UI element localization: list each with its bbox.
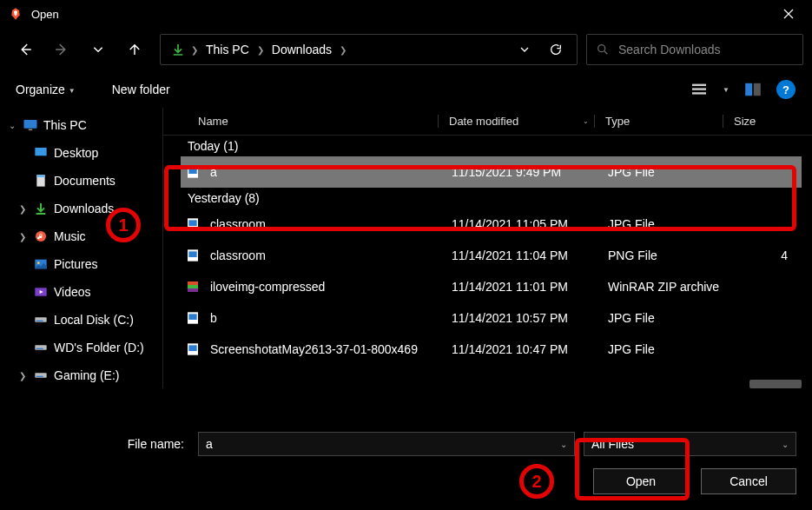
image-file-icon [184, 311, 201, 325]
view-dropdown-button[interactable]: ▼ [720, 77, 732, 102]
svg-point-0 [598, 45, 605, 52]
brave-icon [9, 7, 23, 21]
pictures-icon [33, 256, 49, 272]
svg-rect-31 [188, 314, 196, 320]
help-icon: ? [776, 80, 795, 99]
svg-rect-4 [745, 83, 752, 96]
zip-file-icon [184, 280, 201, 294]
preview-pane-button[interactable] [741, 77, 765, 102]
svg-rect-16 [36, 321, 43, 321]
file-row[interactable]: ScreenshotatMay2613-37-01-800x46911/14/2… [181, 334, 802, 365]
desktop-icon [33, 145, 49, 161]
toolbar: Organize▼ New folder ▼ ? [0, 71, 812, 108]
column-date[interactable]: Date modified⌄ [438, 115, 594, 128]
file-row[interactable]: b11/14/2021 10:57 PMJPG File [181, 302, 802, 334]
annotation-box-selected-row [164, 165, 796, 231]
svg-rect-8 [35, 148, 46, 156]
svg-rect-3 [692, 92, 706, 94]
svg-rect-6 [24, 120, 37, 129]
drive-icon [33, 340, 49, 355]
music-icon [33, 229, 49, 244]
chevron-right-icon: ❯ [335, 45, 351, 55]
tree-desktop[interactable]: ❯Desktop [0, 139, 162, 167]
close-button[interactable] [769, 0, 809, 28]
breadcrumb-this-pc[interactable]: This PC [202, 43, 253, 56]
drive-icon [33, 368, 49, 383]
tree-gaming-e[interactable]: ❯Gaming (E:) [0, 361, 162, 388]
svg-rect-5 [754, 83, 761, 96]
search-placeholder: Search Downloads [618, 43, 721, 56]
chevron-down-icon: ▼ [69, 87, 76, 95]
file-row[interactable]: iloveimg-compressed11/14/2021 11:01 PMWi… [181, 271, 802, 302]
tree-videos[interactable]: ❯Videos [0, 278, 162, 306]
svg-rect-10 [36, 175, 44, 177]
download-icon [169, 43, 187, 56]
nav-forward-button[interactable] [45, 33, 78, 66]
annotation-marker-1: 1 [106, 208, 141, 242]
tree-this-pc[interactable]: ⌄ This PC [0, 111, 162, 139]
nav-back-button[interactable] [9, 33, 42, 66]
image-file-icon [184, 248, 201, 262]
svg-rect-26 [188, 251, 196, 257]
column-type[interactable]: Type [594, 115, 723, 128]
annotation-box-buttons [575, 438, 690, 500]
cancel-button[interactable]: Cancel [701, 468, 796, 494]
tree-pictures[interactable]: ❯Pictures [0, 250, 162, 278]
svg-rect-20 [36, 376, 43, 377]
address-bar[interactable]: ❯ This PC ❯ Downloads ❯ [160, 34, 578, 65]
chevron-down-icon: ⌄ [7, 121, 17, 130]
chevron-down-icon[interactable]: ⌄ [560, 440, 567, 449]
column-name[interactable]: Name [163, 115, 438, 128]
chevron-right-icon: ❯ [17, 232, 28, 242]
file-row[interactable]: classroom11/14/2021 11:04 PMPNG File4 [181, 240, 802, 271]
refresh-button[interactable] [540, 35, 571, 64]
search-icon [596, 43, 610, 56]
documents-icon [33, 173, 49, 189]
videos-icon [33, 284, 49, 300]
nav-recent-dropdown[interactable] [82, 33, 115, 66]
file-list-panel: Name Date modified⌄ Type Size Today (1) … [162, 108, 812, 388]
svg-rect-1 [692, 84, 706, 86]
group-today[interactable]: Today (1) [181, 136, 802, 156]
view-mode-button[interactable] [687, 77, 711, 102]
annotation-marker-2: 2 [519, 464, 554, 499]
drive-icon [33, 312, 49, 328]
chevron-right-icon: ❯ [17, 204, 28, 214]
tree-wds-folder-d[interactable]: ❯WD's Folder (D:) [0, 334, 162, 361]
titlebar: Open [0, 0, 812, 28]
sort-indicator-icon: ⌄ [583, 117, 589, 125]
organize-button[interactable]: Organize▼ [12, 79, 79, 100]
search-input[interactable]: Search Downloads [586, 34, 803, 65]
svg-rect-33 [188, 345, 196, 351]
tree-local-disk-c[interactable]: ❯Local Disk (C:) [0, 306, 162, 334]
svg-rect-29 [188, 285, 198, 288]
downloads-icon [33, 201, 49, 216]
filename-input[interactable]: a ⌄ [198, 432, 575, 456]
column-header-row: Name Date modified⌄ Type Size [163, 108, 812, 136]
breadcrumb-downloads[interactable]: Downloads [268, 43, 335, 56]
svg-rect-2 [692, 88, 706, 89]
chevron-right-icon: ❯ [253, 45, 268, 55]
window-title: Open [31, 8, 769, 21]
tree-documents[interactable]: ❯Documents [0, 167, 162, 195]
column-size[interactable]: Size [723, 115, 812, 128]
svg-point-13 [37, 262, 40, 264]
address-dropdown-button[interactable] [509, 35, 540, 64]
chevron-right-icon: ❯ [17, 371, 28, 381]
image-file-icon [184, 342, 201, 356]
monitor-icon [23, 117, 38, 133]
nav-up-button[interactable] [118, 33, 151, 66]
help-button[interactable]: ? [774, 77, 798, 102]
horizontal-scrollbar[interactable] [749, 380, 802, 388]
body: ⌄ This PC ❯Desktop ❯Documents ❯Downloads… [0, 108, 812, 388]
chevron-down-icon[interactable]: ⌄ [782, 440, 789, 449]
svg-rect-18 [36, 348, 43, 349]
svg-rect-7 [29, 129, 33, 131]
nav-tree: ⌄ This PC ❯Desktop ❯Documents ❯Downloads… [0, 108, 162, 388]
new-folder-button[interactable]: New folder [109, 79, 174, 100]
navbar: ❯ This PC ❯ Downloads ❯ Search Downloads [0, 28, 812, 71]
footer: File name: a ⌄ All Files ⌄ Open Cancel [0, 420, 812, 510]
filename-label: File name: [16, 437, 189, 451]
svg-rect-28 [188, 281, 198, 285]
chevron-right-icon: ❯ [187, 45, 202, 55]
